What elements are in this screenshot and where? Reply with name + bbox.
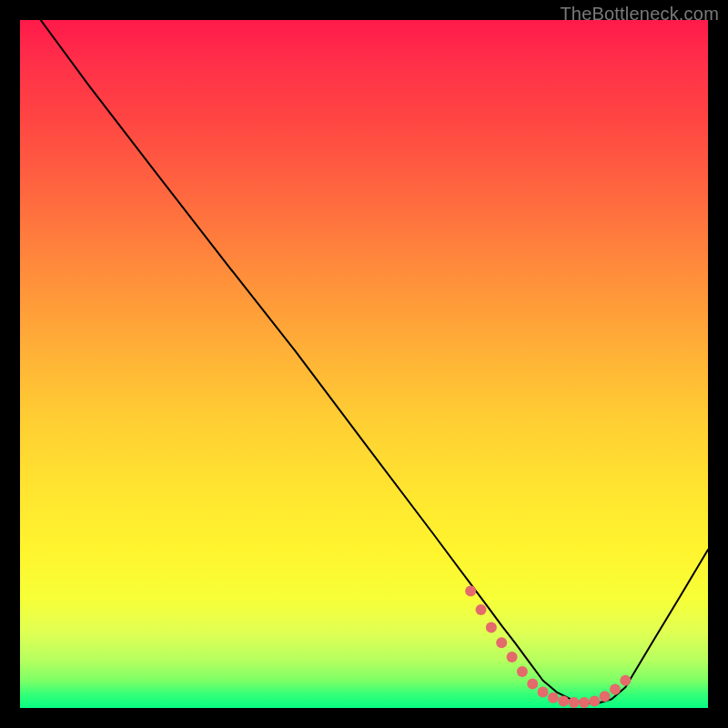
marker-dot bbox=[538, 687, 549, 698]
marker-dots bbox=[465, 585, 631, 707]
marker-dot bbox=[600, 691, 611, 702]
marker-dot bbox=[589, 695, 600, 706]
marker-dot bbox=[558, 695, 569, 706]
marker-dot bbox=[579, 697, 590, 708]
marker-dot bbox=[620, 675, 631, 686]
marker-dot bbox=[496, 637, 507, 648]
chart-stage: TheBottleneck.com bbox=[0, 0, 728, 728]
watermark-text: TheBottleneck.com bbox=[560, 4, 719, 25]
marker-dot bbox=[569, 697, 580, 708]
marker-dot bbox=[476, 604, 487, 615]
marker-dot bbox=[527, 679, 538, 690]
marker-dot bbox=[548, 693, 559, 703]
marker-dot bbox=[517, 666, 528, 677]
marker-dot bbox=[507, 652, 518, 662]
chart-svg bbox=[20, 20, 708, 708]
main-curve bbox=[41, 20, 708, 703]
marker-dot bbox=[465, 585, 476, 596]
plot-area bbox=[20, 20, 708, 708]
marker-dot bbox=[610, 684, 621, 695]
marker-dot bbox=[486, 622, 497, 633]
